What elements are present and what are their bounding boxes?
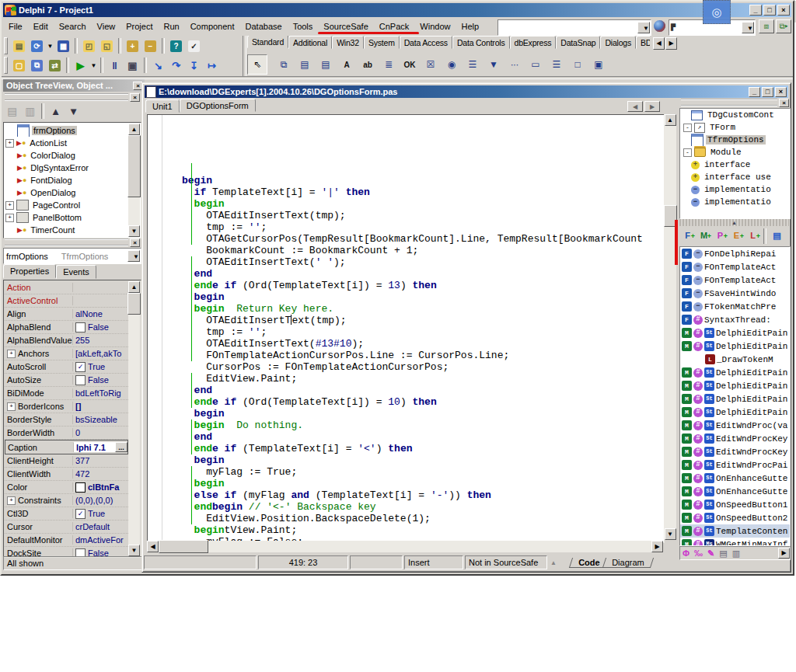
structure-module[interactable]: -Module (680, 146, 790, 158)
structure-interface-use[interactable]: +interface use (680, 171, 790, 183)
component-list-box-icon[interactable]: ☰ (463, 54, 483, 75)
new-item-icon[interactable]: ▤ (3, 103, 21, 120)
dock-dragbar[interactable]: × (3, 93, 140, 101)
menu-run[interactable]: Run (158, 20, 184, 33)
palette-tab-dbexpress[interactable]: dbExpress (510, 36, 557, 49)
property-borderstyle[interactable]: BorderStylebsSizeable (5, 413, 128, 427)
property-anchors[interactable]: +Anchors[akLeft,akTo (5, 347, 128, 360)
editor-hscrollbar[interactable]: ◀ ▶ (147, 541, 663, 552)
component-memo-icon[interactable]: ≣ (379, 54, 399, 75)
component-frames-icon[interactable]: ⧉ (274, 54, 294, 75)
property-value[interactable]: ✓True (73, 509, 128, 519)
run-button[interactable]: ▶ (72, 57, 89, 74)
structure-tform[interactable]: -↗TForm (680, 121, 790, 134)
move-up-icon[interactable]: ▲ (47, 103, 65, 120)
property-value[interactable]: crDefault (73, 522, 128, 531)
proc-editwndprockey[interactable]: M#StEditWndProcKey (680, 445, 790, 458)
scroll-thumb[interactable] (127, 135, 141, 197)
proc-syntaxthread[interactable]: F#SyntaxThread: (680, 313, 790, 326)
scroll-thumb[interactable] (159, 540, 208, 553)
component-main-menu-icon[interactable]: ▤ (295, 54, 315, 75)
screen-capture-gadget[interactable]: ◎ (703, 0, 731, 24)
run-dropdown-icon[interactable]: ▼ (89, 57, 98, 74)
add-file-to-project-button[interactable]: + (124, 37, 141, 54)
proc-fontemplateact[interactable]: F−FOnTemplateAct (680, 260, 790, 273)
proc-fondelphirepai[interactable]: F−FOnDelphiRepai (680, 247, 790, 260)
globe-icon[interactable] (654, 20, 665, 32)
delete-item-icon[interactable]: ▥ (21, 103, 39, 120)
open-button[interactable]: ⟳ (28, 37, 46, 54)
checkbox-icon[interactable]: ✓ (75, 509, 86, 519)
palette-scroll-left-icon[interactable]: ◀ (653, 37, 665, 50)
property-value[interactable]: 377 (73, 456, 128, 465)
property-align[interactable]: AlignalNone (5, 308, 128, 321)
toolbar-grip[interactable] (4, 37, 8, 54)
proc-onenhancegutte[interactable]: M#StOnEnhanceGutte (680, 472, 790, 485)
close-icon[interactable]: × (130, 93, 140, 102)
property-value[interactable]: ✓True (73, 362, 128, 372)
close-button[interactable]: × (777, 5, 790, 16)
save-button[interactable]: ▦ (54, 37, 72, 54)
collapse-icon[interactable]: - (683, 124, 692, 132)
proc-editwndproc-va[interactable]: M#StEditWndProc(va (680, 419, 790, 432)
editor-titlebar[interactable]: E:\download\DGExperts[1].2004.10.26\DGOp… (145, 85, 788, 98)
property-activecontrol[interactable]: ActiveControl (5, 294, 128, 308)
proc-fsavehintwindo[interactable]: F−FSaveHintWindo (680, 287, 790, 300)
property-alphablend[interactable]: AlphaBlendFalse (5, 321, 128, 334)
package-install-icon[interactable]: ⧈ (759, 19, 774, 33)
expand-icon[interactable]: + (5, 214, 14, 222)
property-autoscroll[interactable]: AutoScroll✓True (5, 360, 128, 374)
inspector-object-combo[interactable]: frmOptions TfrmOptions ▼ (3, 248, 141, 264)
menu-database[interactable]: Database (240, 20, 288, 33)
property-clientheight[interactable]: ClientHeight377 (5, 454, 128, 468)
property-value[interactable]: [] (73, 402, 128, 411)
component-action-list-icon[interactable]: ▣ (588, 54, 609, 75)
toggle-form-unit-button[interactable]: ⇄ (46, 57, 64, 74)
scroll-up-icon[interactable]: ▲ (128, 281, 140, 293)
toolbar-grip[interactable] (4, 57, 8, 74)
view-tab-diagram[interactable]: Diagram (602, 558, 654, 568)
component-button-icon[interactable]: OK (400, 54, 420, 75)
tree-item-colordialog[interactable]: ▶●ColorDialog (5, 149, 127, 162)
palette-tab-win32[interactable]: Win32 (332, 36, 364, 49)
expand-icon[interactable]: + (5, 139, 14, 148)
property-clientwidth[interactable]: ClientWidth472 (5, 468, 128, 481)
component-radio-button-icon[interactable]: ◉ (442, 54, 462, 75)
tree-item-panelbottom[interactable]: +PanelBottom (5, 211, 127, 224)
structure-implementatio[interactable]: −implementatio (680, 196, 790, 208)
class-structure-tree[interactable]: TDgCustomCont-↗TFormTfrmOptions-Module+i… (679, 108, 791, 219)
run-to-cursor-button[interactable]: ↦ (203, 57, 221, 74)
proc-templateconten[interactable]: M#StTemplateConten (680, 524, 790, 538)
package-run-icon[interactable]: ⧉▸ (776, 19, 791, 33)
property-value[interactable]: dmActiveFor (73, 535, 128, 545)
add-m-icon[interactable]: M+ (696, 228, 712, 243)
new-button[interactable]: ▤ (10, 37, 28, 54)
inspector-scrollbar[interactable]: ▲ ▼ (128, 281, 140, 556)
component-combo-box-icon[interactable]: ▼ (484, 54, 504, 75)
open-dropdown-icon[interactable]: ▼ (46, 37, 54, 54)
property-value[interactable]: lphi 7.1... (74, 442, 127, 452)
panel-splitter[interactable]: ▲ (679, 219, 789, 226)
proc-onspeedbutton2[interactable]: M#StOnSpeedButton2 (680, 511, 790, 524)
structure-tfrmoptions[interactable]: TfrmOptions (680, 134, 790, 146)
trace-into-button[interactable]: ↘ (149, 57, 167, 74)
structure-implementatio[interactable]: −implementatio (680, 183, 790, 196)
menu-sourcesafe[interactable]: SourceSafe (318, 20, 373, 33)
scroll-up-icon[interactable]: ▲ (665, 114, 676, 126)
window-titlebar[interactable]: 7 Delphi 7 - Project1 _ □ × (3, 3, 791, 17)
view-list-icon[interactable]: ▤ (769, 228, 785, 243)
object-inspector[interactable]: ActionActiveControlAlignalNoneAlphaBlend… (3, 280, 141, 558)
proc-editwndprockey[interactable]: M#StEditWndProcKey (680, 432, 790, 445)
proc-ftokenmatchpre[interactable]: F−FTokenMatchPre (680, 300, 790, 313)
property-alphablendvalue[interactable]: AlphaBlendValue255 (5, 334, 128, 347)
proc-drawtokenm[interactable]: L_DrawTokenM (680, 353, 790, 366)
component-panel-icon[interactable]: □ (567, 54, 588, 75)
tree-item-actionlist[interactable]: +▶●ActionList (5, 137, 127, 149)
object-treeview-titlebar[interactable]: Object TreeView, Object ... × (3, 79, 145, 92)
property-ctl3d[interactable]: Ctl3D✓True (5, 507, 128, 521)
expand-icon[interactable]: + (7, 402, 16, 411)
property-caption[interactable]: Captionlphi 7.1... (5, 440, 128, 454)
pause-button[interactable]: ‖ (106, 57, 124, 74)
tree-item-frmoptions[interactable]: frmOptions (5, 124, 127, 137)
component-check-box-icon[interactable]: ☒ (421, 54, 441, 75)
